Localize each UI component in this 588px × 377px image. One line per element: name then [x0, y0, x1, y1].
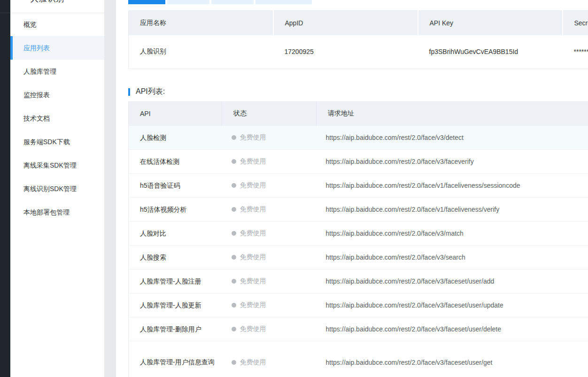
- status-label: 免费使用: [240, 205, 266, 213]
- api-url: https://aip.baidubce.com/rest/2.0/face/v…: [317, 317, 588, 341]
- status-label: 免费使用: [240, 277, 266, 285]
- status-dot-icon: [232, 279, 236, 284]
- status-dot-icon: [232, 327, 236, 331]
- api-status: 免费使用: [222, 198, 317, 222]
- sidebar-item-monitor-report[interactable]: 监控报表: [10, 83, 104, 107]
- api-table-header-status: 状态: [222, 102, 317, 126]
- api-name: 人脸检测: [129, 126, 222, 150]
- api-url: https://aip.baidubce.com/rest/2.0/face/v…: [317, 222, 588, 246]
- status-dot-icon: [232, 360, 236, 365]
- status-dot-icon: [232, 231, 236, 236]
- api-name: h5活体视频分析: [129, 198, 222, 222]
- api-status: 免费使用: [222, 246, 317, 269]
- api-name: 人脸库管理-删除用户: [129, 317, 222, 341]
- status-dot-icon: [232, 135, 236, 140]
- rail-divider: [0, 13, 10, 13]
- tab-4[interactable]: [255, 0, 312, 4]
- api-table-row[interactable]: h5活体视频分析 免费使用 https://aip.baidubce.com/r…: [129, 198, 588, 222]
- app-table-header-apikey: API Key: [418, 11, 563, 35]
- status-label: 免费使用: [240, 181, 266, 189]
- api-table-row[interactable]: 在线活体检测 免费使用 https://aip.baidubce.com/res…: [129, 150, 588, 174]
- api-status: 免费使用: [222, 341, 317, 377]
- sidebar-item-server-sdk[interactable]: 服务端SDK下载: [10, 130, 104, 154]
- api-status: 免费使用: [222, 150, 317, 174]
- api-table: API 状态 请求地址 人脸检测 免费使用 https://aip.baidub…: [128, 101, 588, 377]
- status-label: 免费使用: [240, 325, 266, 332]
- api-url: https://aip.baidubce.com/rest/2.0/face/v…: [317, 269, 588, 293]
- api-status: 免费使用: [222, 126, 317, 150]
- api-name: 人脸搜索: [129, 246, 222, 269]
- sidebar-item-face-library[interactable]: 人脸库管理: [10, 60, 104, 83]
- tab-2[interactable]: [167, 0, 209, 4]
- app-table-header-appid: AppID: [273, 11, 418, 35]
- api-table-row[interactable]: 人脸检测 免费使用 https://aip.baidubce.com/rest/…: [129, 126, 588, 150]
- app-table: 应用名称 AppID API Key Secret Key 人脸识别 17200…: [128, 10, 588, 69]
- api-key-cell: fp3SBrihWuGevCvEA9BB15Id: [418, 35, 563, 69]
- api-name: 人脸库管理-用户信息查询: [129, 341, 222, 377]
- api-name: h5语音验证码: [129, 174, 222, 198]
- content-gap: [104, 0, 116, 377]
- api-name: 人脸对比: [129, 222, 222, 246]
- api-table-row[interactable]: 人脸库管理-人脸注册 免费使用 https://aip.baidubce.com…: [129, 269, 588, 293]
- app-name-cell: 人脸识别: [129, 35, 273, 69]
- api-name: 人脸库管理-人脸注册: [129, 269, 222, 293]
- tab-1-active[interactable]: [128, 0, 165, 4]
- api-table-header-row: API 状态 请求地址: [129, 102, 588, 126]
- api-url: https://aip.baidubce.com/rest/2.0/face/v…: [317, 126, 588, 150]
- status-label: 免费使用: [240, 358, 266, 366]
- sidebar-item-overview[interactable]: 概览: [10, 13, 104, 36]
- main-content: 应用名称 AppID API Key Secret Key 人脸识别 17200…: [116, 0, 588, 377]
- tab-3[interactable]: [211, 0, 254, 4]
- api-status: 免费使用: [222, 222, 317, 246]
- sidebar-title: 人脸识别: [31, 0, 64, 4]
- status-dot-icon: [232, 159, 236, 164]
- api-url: https://aip.baidubce.com/rest/2.0/face/v…: [317, 293, 588, 317]
- api-table-row[interactable]: 人脸库管理-用户信息查询 免费使用 https://aip.baidubce.c…: [129, 341, 588, 377]
- status-dot-icon: [232, 303, 236, 308]
- status-label: 免费使用: [240, 229, 266, 237]
- api-name: 在线活体检测: [129, 150, 222, 174]
- app-table-header-row: 应用名称 AppID API Key Secret Key: [129, 11, 588, 35]
- api-table-header-url: 请求地址: [317, 102, 588, 126]
- app-table-header-secretkey: Secret Key: [563, 11, 588, 35]
- api-status: 免费使用: [222, 293, 317, 317]
- api-url: https://aip.baidubce.com/rest/2.0/face/v…: [317, 174, 588, 198]
- app-id-cell: 17200925: [273, 35, 418, 69]
- api-table-row[interactable]: 人脸搜索 免费使用 https://aip.baidubce.com/rest/…: [129, 246, 588, 269]
- api-name: 人脸库管理-人脸更新: [129, 293, 222, 317]
- sidebar: 人脸识别 概览 应用列表 人脸库管理 监控报表 技术文档 服务端SDK下载 离线…: [10, 0, 104, 377]
- dark-rail: [0, 0, 10, 377]
- api-table-row[interactable]: 人脸对比 免费使用 https://aip.baidubce.com/rest/…: [129, 222, 588, 246]
- api-list-title-text: API列表:: [136, 87, 165, 97]
- status-dot-icon: [232, 207, 236, 212]
- tab-bar: [128, 0, 312, 4]
- api-table-row[interactable]: 人脸库管理-删除用户 免费使用 https://aip.baidubce.com…: [129, 317, 588, 341]
- title-accent-bar: [128, 88, 130, 96]
- sidebar-item-offline-recog-sdk[interactable]: 离线识别SDK管理: [10, 177, 104, 200]
- sidebar-item-tech-docs[interactable]: 技术文档: [10, 107, 104, 130]
- sidebar-item-offline-collect-sdk[interactable]: 离线采集SDK管理: [10, 154, 104, 177]
- status-dot-icon: [232, 255, 236, 260]
- api-list-section-title: API列表:: [128, 87, 165, 97]
- api-status: 免费使用: [222, 317, 317, 341]
- app-table-header-name: 应用名称: [129, 11, 273, 35]
- secret-key-cell: **********: [563, 35, 588, 69]
- api-status: 免费使用: [222, 174, 317, 198]
- sidebar-item-app-list[interactable]: 应用列表: [10, 36, 104, 60]
- api-url: https://aip.baidubce.com/rest/2.0/face/v…: [317, 341, 588, 377]
- status-label: 免费使用: [240, 253, 266, 261]
- sidebar-item-local-deploy[interactable]: 本地部署包管理: [10, 200, 104, 224]
- status-label: 免费使用: [240, 157, 266, 165]
- api-table-header-api: API: [129, 102, 222, 126]
- api-table-row[interactable]: 人脸库管理-人脸更新 免费使用 https://aip.baidubce.com…: [129, 293, 588, 317]
- status-dot-icon: [232, 183, 236, 188]
- api-status: 免费使用: [222, 269, 317, 293]
- status-label: 免费使用: [240, 301, 266, 308]
- api-url: https://aip.baidubce.com/rest/2.0/face/v…: [317, 198, 588, 222]
- api-table-row[interactable]: h5语音验证码 免费使用 https://aip.baidubce.com/re…: [129, 174, 588, 198]
- app-table-row[interactable]: 人脸识别 17200925 fp3SBrihWuGevCvEA9BB15Id *…: [129, 35, 588, 69]
- api-url: https://aip.baidubce.com/rest/2.0/face/v…: [317, 246, 588, 269]
- api-url: https://aip.baidubce.com/rest/2.0/face/v…: [317, 150, 588, 174]
- status-label: 免费使用: [240, 133, 266, 141]
- sidebar-menu: 概览 应用列表 人脸库管理 监控报表 技术文档 服务端SDK下载 离线采集SDK…: [10, 13, 104, 224]
